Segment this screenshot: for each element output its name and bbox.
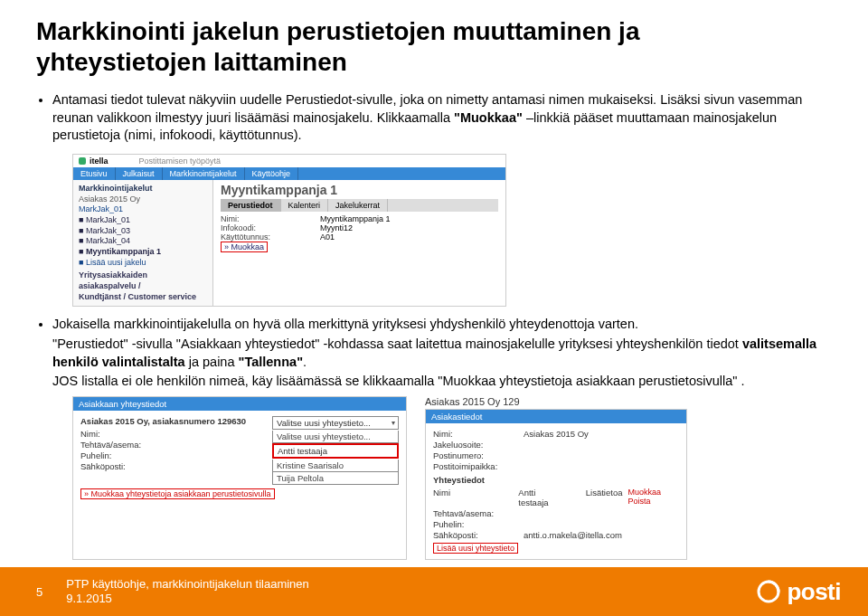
sidebar-add-link[interactable]: Lisää uusi jakelu xyxy=(86,258,146,267)
sidebar-item-active[interactable]: Myyntikamppanja 1 xyxy=(86,247,161,256)
edit-contacts-link[interactable]: » Muokkaa yhteystietoja asiakkaan perust… xyxy=(80,488,275,499)
page-number: 5 xyxy=(36,585,42,599)
select-option[interactable]: Valitse uusi yhteystieto... xyxy=(272,431,399,443)
add-contact-link[interactable]: Lisää uusi yhteystieto xyxy=(433,543,518,554)
panel-bar: Asiakastiedot xyxy=(426,410,686,423)
select-option[interactable]: Kristine Saarisalo xyxy=(272,460,399,472)
screenshot-contact-right: Asiakas 2015 Oy 129 Asiakastiedot Nimi:A… xyxy=(425,396,687,560)
page-title: Markkinointi jakelun perustietojen muutt… xyxy=(36,16,832,77)
bullet-list-1: Antamasi tiedot tulevat näkyviin uudelle… xyxy=(36,91,832,145)
sidebar-item[interactable]: MarkJak_01 xyxy=(79,204,207,215)
muokkaa-link[interactable]: » Muokkaa xyxy=(221,242,268,252)
bullet-4: JOS listalla ei ole henkilön nimeä, käy … xyxy=(52,373,832,391)
sidebar: Markkinointijakelut Asiakas 2015 Oy Mark… xyxy=(73,180,213,307)
footer-line-1: PTP käyttöohje, markkinointijakelun tila… xyxy=(66,577,309,592)
logo-dot-icon xyxy=(79,157,86,165)
tab-etusivu[interactable]: Etusivu xyxy=(73,167,116,180)
sub-tab-jakelukerrat[interactable]: Jakelukerrat xyxy=(328,199,388,212)
posti-logo-icon xyxy=(756,579,781,604)
workspace-label: Postittamisen työpöytä xyxy=(139,156,222,166)
row-actions[interactable]: Muokkaa Poista xyxy=(627,488,679,507)
bullet-list-2: Jokaisella markkinointijakelulla on hyvä… xyxy=(36,316,832,390)
screenshot-itella: itella Postittamisen työpöytä Etusivu Ju… xyxy=(72,154,506,308)
contact-select[interactable]: Valitse uusi yhteystieto... ▾ xyxy=(272,416,399,430)
sidebar-customer: Asiakas 2015 Oy xyxy=(79,194,207,205)
tab-julkaisut[interactable]: Julkaisut xyxy=(116,167,163,180)
footer-bar: 5 PTP käyttöohje, markkinointijakelun ti… xyxy=(0,567,868,616)
sidebar-item[interactable]: MarkJak_03 xyxy=(86,226,130,235)
sub-tab-perustiedot[interactable]: Perustiedot xyxy=(221,199,281,212)
sub-tabs: Perustiedot Kalenteri Jakelukerrat xyxy=(221,199,498,212)
bullet-1: Antamasi tiedot tulevat näkyviin uudelle… xyxy=(52,91,832,145)
title-line-1: Markkinointi jakelun perustietojen muutt… xyxy=(36,17,639,45)
sidebar-footer-2: Kundtjänst / Customer service xyxy=(79,292,207,303)
sidebar-header: Markkinointijakelut xyxy=(79,184,207,194)
customer-header: Asiakas 2015 Oy, asiakasnumero 129630 xyxy=(80,416,261,426)
posti-logo-text: posti xyxy=(787,578,841,606)
tab-markkinointijakelut[interactable]: Markkinointijakelut xyxy=(163,167,245,180)
bullet-3: "Perustiedot" -sivulla "Asiakkaan yhteys… xyxy=(52,336,832,371)
select-option[interactable]: Tuija Peltola xyxy=(272,472,399,485)
top-tabs: Etusivu Julkaisut Markkinointijakelut Kä… xyxy=(73,167,505,180)
brand-label: itella xyxy=(90,156,108,166)
sidebar-item[interactable]: MarkJak_04 xyxy=(86,236,130,245)
yhteystiedot-header: Yhteystiedot xyxy=(433,475,679,485)
panel-bar: Asiakkaan yhteystiedot xyxy=(73,397,406,411)
sidebar-footer-1: Yritysasiakkaiden asiakaspalvelu / xyxy=(79,270,207,291)
select-option-highlight[interactable]: Antti testaaja xyxy=(272,443,399,459)
sub-tab-kalenteri[interactable]: Kalenteri xyxy=(281,199,329,212)
screenshot-contact-left: Asiakkaan yhteystiedot Asiakas 2015 Oy, … xyxy=(72,396,407,560)
chevron-down-icon: ▾ xyxy=(392,419,395,427)
sidebar-item[interactable]: MarkJak_01 xyxy=(86,215,130,224)
customer-top-label: Asiakas 2015 Oy 129 xyxy=(425,396,687,407)
bullet-2: Jokaisella markkinointijakelulla on hyvä… xyxy=(52,316,832,334)
tab-kayttoohje[interactable]: Käyttöohje xyxy=(245,167,299,180)
footer-line-2: 9.1.2015 xyxy=(66,592,309,606)
posti-logo: posti xyxy=(756,578,841,606)
title-line-2: yhteystietojen laittaminen xyxy=(36,48,347,76)
main-title: Myyntikamppanja 1 xyxy=(221,183,498,197)
